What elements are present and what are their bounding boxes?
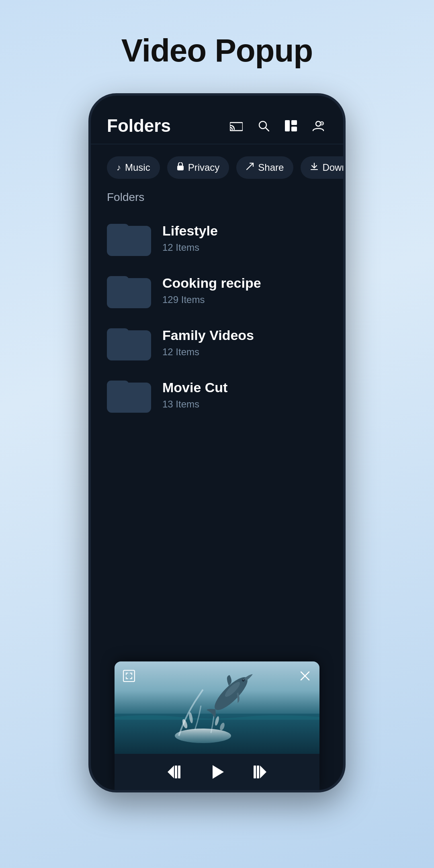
folder-count: 12 Items — [162, 346, 254, 358]
folder-info-cooking: Cooking recipe 129 Items — [162, 275, 261, 305]
search-icon[interactable] — [255, 117, 272, 135]
folder-item[interactable]: Cooking recipe 129 Items — [99, 264, 335, 316]
svg-rect-29 — [178, 766, 180, 778]
svg-rect-24 — [123, 670, 135, 682]
folder-count: 129 Items — [162, 294, 261, 305]
page-title: Video Popup — [121, 32, 313, 69]
next-button[interactable] — [250, 764, 268, 780]
video-controls — [115, 754, 319, 790]
video-scene — [115, 661, 319, 754]
folder-name: Family Videos — [162, 328, 254, 343]
svg-rect-5 — [291, 120, 297, 125]
folder-icon-cooking — [107, 272, 151, 308]
video-container — [115, 661, 319, 754]
folder-item[interactable]: Lifestyle 12 Items — [99, 212, 335, 264]
folder-name: Movie Cut — [162, 380, 227, 395]
svg-marker-31 — [260, 766, 266, 778]
expand-button[interactable] — [120, 667, 138, 685]
cast-icon[interactable] — [227, 117, 245, 135]
phone-frame: Folders — [88, 93, 346, 792]
chip-downloaded[interactable]: Downloaded — [301, 156, 343, 179]
chip-share-label: Share — [258, 162, 284, 173]
folder-info-family: Family Videos 12 Items — [162, 328, 254, 358]
svg-rect-13 — [115, 661, 319, 720]
play-button[interactable] — [208, 763, 226, 781]
svg-rect-32 — [254, 766, 256, 778]
header-title: Folders — [107, 116, 171, 136]
chip-music[interactable]: ♪ Music — [107, 156, 160, 179]
music-chip-icon: ♪ — [117, 162, 121, 173]
chip-downloaded-label: Downloaded — [322, 162, 343, 173]
layout-icon[interactable] — [282, 117, 300, 135]
svg-rect-28 — [175, 766, 177, 778]
folder-icon-family — [107, 324, 151, 360]
folder-info-lifestyle: Lifestyle 12 Items — [162, 223, 218, 253]
svg-marker-27 — [168, 766, 174, 778]
chip-privacy-label: Privacy — [188, 162, 220, 173]
folder-item[interactable]: Movie Cut 13 Items — [99, 368, 335, 421]
chip-share[interactable]: Share — [236, 156, 293, 179]
folder-name: Lifestyle — [162, 223, 218, 239]
filter-chips: ♪ Music Privacy Share — [91, 152, 343, 187]
folder-icon-lifestyle — [107, 220, 151, 256]
header-divider — [91, 144, 343, 144]
section-label: Folders — [91, 187, 343, 212]
svg-rect-10 — [177, 166, 184, 170]
folder-icon-movie — [107, 377, 151, 413]
svg-point-15 — [175, 729, 231, 743]
folder-item[interactable]: Family Videos 12 Items — [99, 316, 335, 368]
svg-rect-4 — [285, 120, 290, 131]
folder-count: 12 Items — [162, 242, 218, 253]
video-popup — [115, 661, 319, 790]
privacy-chip-icon — [177, 162, 184, 173]
prev-button[interactable] — [166, 764, 184, 780]
user-settings-icon[interactable] — [309, 117, 327, 135]
header-icons — [227, 117, 327, 135]
app-header: Folders — [91, 96, 343, 144]
share-chip-icon — [246, 162, 254, 173]
chip-music-label: Music — [125, 162, 150, 173]
svg-rect-33 — [257, 766, 259, 778]
app-screen: Folders — [91, 96, 343, 790]
download-chip-icon — [310, 162, 318, 173]
chip-privacy[interactable]: Privacy — [167, 156, 229, 179]
svg-point-9 — [321, 123, 323, 124]
svg-marker-30 — [213, 765, 224, 779]
svg-rect-6 — [291, 127, 297, 131]
folder-name: Cooking recipe — [162, 275, 261, 291]
svg-line-3 — [266, 128, 269, 131]
folder-info-movie: Movie Cut 13 Items — [162, 380, 227, 410]
close-button[interactable] — [296, 667, 314, 685]
folder-count: 13 Items — [162, 399, 227, 410]
